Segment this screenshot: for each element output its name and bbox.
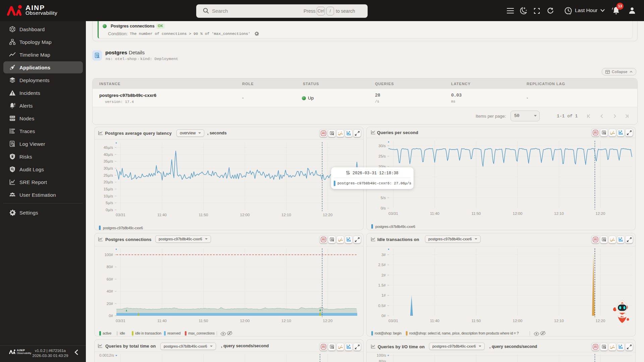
svg-text:12:10: 12:10 xyxy=(281,319,291,323)
svg-text:30µ/s: 30µ/s xyxy=(104,166,113,170)
svg-text:0#: 0# xyxy=(381,314,386,318)
svg-text:03/31: 03/31 xyxy=(116,319,125,323)
svg-text:2#: 2# xyxy=(381,273,386,277)
svg-text:11:40: 11:40 xyxy=(430,319,439,323)
svg-text:0.0012/s: 0.0012/s xyxy=(99,353,114,357)
svg-text:20#: 20# xyxy=(107,302,113,306)
svg-text:40µ/s: 40µ/s xyxy=(104,153,113,157)
svg-text:12:20: 12:20 xyxy=(323,213,333,217)
svg-text:12:20: 12:20 xyxy=(596,319,605,323)
svg-text:11:50: 11:50 xyxy=(199,213,208,217)
svg-text:5µ/s: 5µ/s xyxy=(106,201,113,205)
svg-text:12:20: 12:20 xyxy=(323,319,333,323)
svg-text:12:10: 12:10 xyxy=(554,319,564,323)
svg-text:12:10: 12:10 xyxy=(554,212,564,216)
svg-text:40#: 40# xyxy=(107,289,113,293)
svg-text:12:00: 12:00 xyxy=(240,213,250,217)
svg-text:60#: 60# xyxy=(107,277,113,281)
svg-text:25µ/s: 25µ/s xyxy=(104,173,113,177)
svg-text:5/s: 5/s xyxy=(381,196,386,200)
svg-text:0/s: 0/s xyxy=(381,206,386,210)
svg-text:12:00: 12:00 xyxy=(513,212,523,216)
svg-text:12:10: 12:10 xyxy=(281,213,291,217)
svg-text:1#: 1# xyxy=(381,293,386,297)
svg-text:11:40: 11:40 xyxy=(430,212,439,216)
svg-text:0µ/s: 0µ/s xyxy=(106,208,113,212)
svg-text:03/31: 03/31 xyxy=(116,213,125,217)
svg-text:03/31: 03/31 xyxy=(388,319,398,323)
svg-text:80#: 80# xyxy=(107,265,113,269)
svg-text:0.5#: 0.5# xyxy=(378,304,386,308)
svg-text:35µ/s: 35µ/s xyxy=(104,159,113,163)
svg-text:20µ/s: 20µ/s xyxy=(104,180,113,184)
svg-text:25/s: 25/s xyxy=(378,154,386,158)
svg-text:11:50: 11:50 xyxy=(472,319,481,323)
svg-text:11:40: 11:40 xyxy=(157,213,167,217)
svg-text:45µ/s: 45µ/s xyxy=(104,145,113,149)
svg-text:30/s: 30/s xyxy=(378,144,386,148)
svg-text:03/31: 03/31 xyxy=(388,212,398,216)
svg-text:10µ/s: 10µ/s xyxy=(104,194,113,198)
svg-text:2.5#: 2.5# xyxy=(378,263,386,267)
svg-text:11:50: 11:50 xyxy=(472,212,481,216)
svg-text:100#: 100# xyxy=(104,253,113,257)
svg-text:1.5#: 1.5# xyxy=(378,283,386,287)
svg-text:11:50: 11:50 xyxy=(199,319,208,323)
svg-text:12:20: 12:20 xyxy=(596,212,605,216)
svg-text:12:00: 12:00 xyxy=(513,319,523,323)
svg-text:0#: 0# xyxy=(109,314,113,318)
svg-text:11:40: 11:40 xyxy=(157,319,167,323)
svg-text:80/s: 80/s xyxy=(379,359,386,362)
svg-text:15µ/s: 15µ/s xyxy=(104,187,113,191)
svg-text:12:00: 12:00 xyxy=(240,319,250,323)
svg-text:100/s: 100/s xyxy=(377,353,386,357)
svg-text:3#: 3# xyxy=(381,253,386,257)
